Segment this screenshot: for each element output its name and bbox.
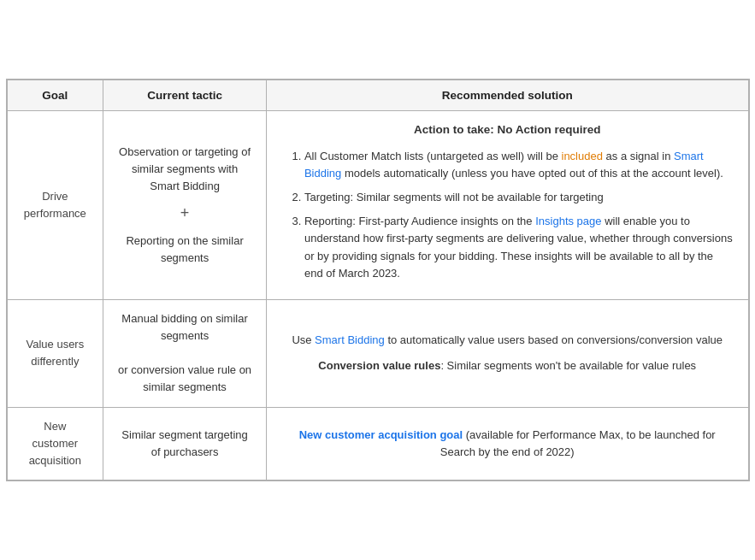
solution-item-1: All Customer Match lists (untargeted as … [304,148,734,182]
table-row-value-users: Value users differently Manual bidding o… [7,299,748,407]
solution-item-3: Reporting: First-party Audience insights… [304,213,734,282]
solution-list: All Customer Match lists (untargeted as … [280,148,734,282]
header-tactic: Current tactic [103,80,267,110]
tactic-drive-performance: Observation or targeting of similar segm… [103,110,267,299]
solution-value-users: Use Smart Bidding to automatically value… [266,299,748,407]
main-table-wrapper: Goal Current tactic Recommended solution… [6,79,750,481]
solution-item-2: Targeting: Similar segments will not be … [304,189,734,206]
goal-value-users: Value users differently [7,299,103,407]
table-row-new-customer: New customer acquisition Similar segment… [7,407,748,480]
solution-value-conversion-rules: Conversion value rules: Similar segments… [280,357,734,374]
solution-new-customer: New customer acquisition goal (available… [266,407,748,480]
plus-sign: + [117,202,252,226]
solution-value-smart-bidding: Use Smart Bidding to automatically value… [280,332,734,349]
goal-drive-performance: Drive performance [7,110,103,299]
solution-drive-performance: Action to take: No Action required All C… [266,110,748,299]
table-header-row: Goal Current tactic Recommended solution [7,80,748,110]
tactic-value-users: Manual bidding on similar segments or co… [103,299,267,407]
goal-new-customer: New customer acquisition [7,407,103,480]
action-header: Action to take: No Action required [280,121,734,139]
header-goal: Goal [7,80,103,110]
table-row-drive-performance: Drive performance Observation or targeti… [7,110,748,299]
header-solution: Recommended solution [266,80,748,110]
recommendations-table: Goal Current tactic Recommended solution… [7,80,749,480]
tactic-new-customer: Similar segment targeting of purchasers [103,407,267,480]
